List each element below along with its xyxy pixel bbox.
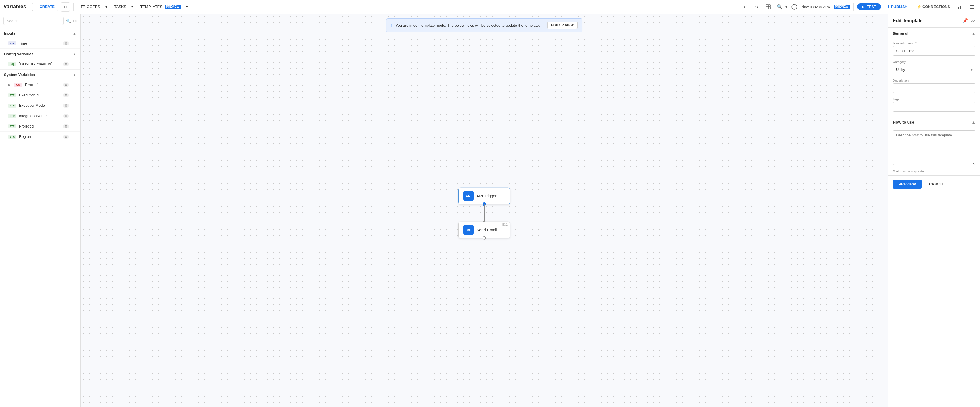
cancel-button[interactable]: CANCEL [924,180,949,189]
item-menu-button[interactable]: ⋮ [72,103,76,108]
template-name-input[interactable] [893,46,975,56]
item-menu-button[interactable]: ⋮ [72,92,76,98]
tasks-button[interactable]: TASKS [111,3,130,10]
layout-button[interactable] [764,2,773,11]
inputs-section-header[interactable]: Inputs ▲ [0,28,80,38]
item-count: 0 [63,114,69,118]
templates-dropdown[interactable]: ▾ [185,3,189,10]
inputs-section: Inputs ▲ INT Time 0 ⋮ [0,28,80,49]
list-item[interactable]: INT Time 0 ⋮ [0,38,80,49]
triggers-group: TRIGGERS ▾ [77,3,108,10]
how-to-use-group [888,128,980,169]
system-chevron: ▲ [73,73,76,77]
canvas[interactable]: ℹ You are in edit template mode. The bel… [81,14,888,407]
undo-button[interactable]: ↩ [740,2,750,11]
zoom-controls: 🔍 ▾ [775,2,788,11]
how-to-use-section-header[interactable]: How to use ▲ [888,116,980,128]
item-menu-button[interactable]: ⋮ [72,41,76,46]
email-node-icon: ✉ [463,225,474,235]
type-badge-uu: UU [14,83,22,87]
publish-button[interactable]: ⬆ PUBLISH [883,3,911,10]
left-sidebar: 🔍 ⚙ Inputs ▲ INT Time 0 ⋮ Config Variabl… [0,14,81,407]
info-icon: ℹ [391,23,393,28]
config-section: Config Variables ▲ |S| `CONFIG_email_id`… [0,49,80,70]
svg-rect-3 [768,5,770,6]
item-menu-button[interactable]: ⋮ [72,113,76,119]
minus-button[interactable] [790,2,799,11]
svg-rect-10 [962,5,963,9]
tasks-group: TASKS ▾ [111,3,135,10]
triggers-dropdown[interactable]: ▾ [104,3,108,10]
connections-button[interactable]: ⚡ CONNECTIONS [913,3,953,10]
node-output-connector [482,236,486,240]
canvas-banner: ℹ You are in edit template mode. The bel… [386,18,582,32]
description-input[interactable] [893,83,975,93]
search-input[interactable] [3,17,64,25]
canvas-content: API API Trigger ID:1 ✉ Send Email [81,14,888,407]
general-section-header[interactable]: General ▲ [888,28,980,39]
list-item[interactable]: |S| `CONFIG_email_id` 0 ⋮ [0,59,80,69]
item-menu-button[interactable]: ⋮ [72,134,76,139]
item-count: 0 [63,62,69,66]
list-item[interactable]: STR IntegrationName 0 ⋮ [0,111,80,121]
inputs-title: Inputs [4,31,15,35]
redo-button[interactable]: ↪ [752,2,761,11]
collapse-panel-icon[interactable]: ≫ [970,18,975,23]
item-label: ExecutionMode [19,103,60,108]
system-section-header[interactable]: System Variables ▲ [0,70,80,80]
tasks-dropdown[interactable]: ▾ [130,3,134,10]
list-item[interactable]: STR ProjectId 0 ⋮ [0,121,80,132]
markdown-hint: Markdown is supported [888,169,980,175]
canvas-label: New canvas view [801,5,830,9]
templates-group: TEMPLATES PREVIEW ▾ [137,3,189,10]
right-panel-icons: 📌 ≫ [963,18,975,23]
svg-rect-9 [960,6,961,9]
analytics-button[interactable] [956,2,965,11]
api-trigger-node[interactable]: API API Trigger [458,188,510,204]
layout-icon [765,4,771,10]
item-label: ExecutionId [19,93,60,97]
item-count: 0 [63,103,69,108]
item-label: `CONFIG_email_id` [19,62,60,66]
list-item[interactable]: STR ExecutionMode 0 ⋮ [0,100,80,111]
how-to-use-chevron: ▲ [971,120,975,125]
expand-arrow[interactable]: ▶ [8,83,11,87]
send-email-node[interactable]: ID:1 ✉ Send Email [458,222,510,238]
node-id: ID:1 [503,223,508,226]
item-count: 0 [63,83,69,87]
how-to-use-textarea[interactable] [893,130,975,165]
collapse-button[interactable] [61,2,70,11]
item-menu-button[interactable]: ⋮ [72,82,76,87]
type-badge-str: STR [8,114,16,118]
list-item[interactable]: STR ExecutionId 0 ⋮ [0,90,80,100]
system-section: System Variables ▲ ▶ UU ErrorInfo 0 ⋮ ST… [0,70,80,142]
svg-rect-1 [66,6,67,8]
svg-rect-2 [766,5,768,6]
tags-input[interactable] [893,102,975,112]
item-menu-button[interactable]: ⋮ [72,61,76,67]
how-to-use-title: How to use [893,120,914,125]
menu-button[interactable] [967,2,977,11]
category-label: Category * [893,60,975,64]
templates-button[interactable]: TEMPLATES PREVIEW [137,3,184,10]
tags-label: Tags [893,98,975,101]
svg-rect-0 [64,6,65,8]
preview-button[interactable]: PREVIEW [893,180,921,189]
list-item[interactable]: ▶ UU ErrorInfo 0 ⋮ [0,80,80,90]
description-label: Description [893,79,975,82]
triggers-button[interactable]: TRIGGERS [77,3,103,10]
top-nav: Variables + CREATE TRIGGERS ▾ TASKS ▾ TE… [0,0,980,14]
test-button[interactable]: ▶ TEST [857,3,881,10]
filter-icon[interactable]: ⚙ [73,19,77,23]
create-button[interactable]: + CREATE [32,3,59,11]
svg-rect-8 [958,6,959,9]
config-section-header[interactable]: Config Variables ▲ [0,49,80,59]
right-panel-title: Edit Template [893,18,923,23]
pin-icon[interactable]: 📌 [963,18,968,23]
list-item[interactable]: STR Region 0 ⋮ [0,132,80,142]
zoom-button[interactable]: 🔍 [775,2,784,11]
config-chevron: ▲ [73,52,76,56]
category-select[interactable]: Utility Email Data Custom [893,65,975,74]
editor-view-button[interactable]: EDITOR VIEW [547,22,578,29]
item-menu-button[interactable]: ⋮ [72,124,76,129]
